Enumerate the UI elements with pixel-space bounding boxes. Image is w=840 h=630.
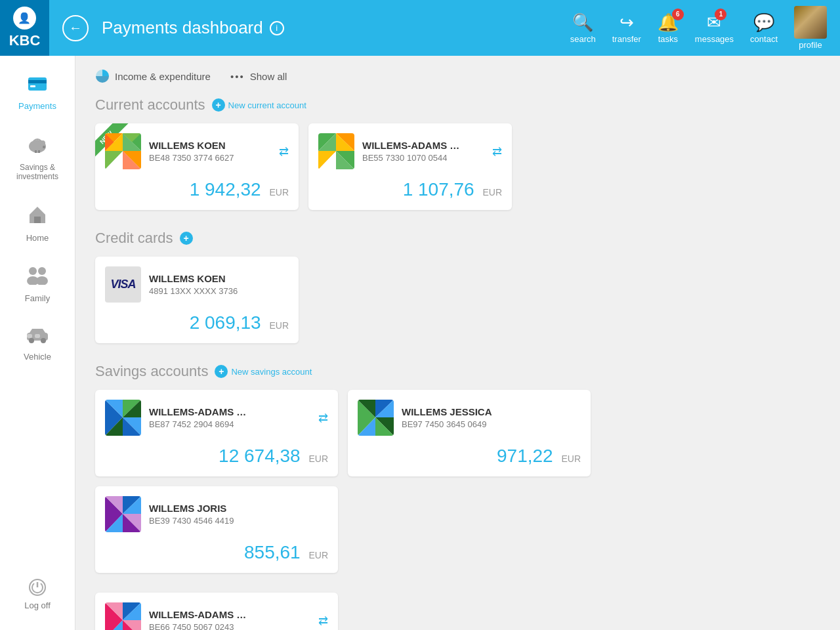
- search-label: search: [570, 34, 596, 44]
- current-accounts-list: NEW: [95, 123, 820, 210]
- new-savings-account-button[interactable]: + New savings account: [215, 365, 312, 378]
- svg-rect-17: [35, 334, 40, 338]
- transfer-button-sa1[interactable]: ⇄: [318, 411, 328, 425]
- svg-rect-6: [35, 150, 37, 153]
- transfer-button-ca2[interactable]: ⇄: [492, 144, 502, 159]
- tab-income[interactable]: Income & expenditure: [95, 69, 211, 83]
- header-actions: 🔍 search ↪ transfer 🔔 6 tasks ✉ 1 messag…: [570, 6, 827, 50]
- account-info-sa3: WILLEMS JORIS BE39 7430 4546 4419: [149, 503, 328, 526]
- account-card-ca2[interactable]: WILLEMS-ADAMS … BE55 7330 1070 0544 ⇄ 1 …: [308, 123, 512, 210]
- new-current-account-label: New current account: [228, 100, 306, 110]
- vehicle-icon: [26, 327, 49, 348]
- account-header-sa1: WILLEMS-ADAMS … BE87 7452 2904 8694 ⇄: [105, 400, 328, 436]
- credit-cards-title: Credit cards: [95, 230, 173, 247]
- page-title-text: Payments dashboard: [102, 18, 263, 38]
- content-area: Income & expenditure ••• Show all Curren…: [75, 56, 840, 630]
- svg-rect-8: [34, 217, 41, 223]
- svg-rect-0: [28, 77, 47, 91]
- tab-income-label: Income & expenditure: [115, 71, 211, 82]
- account-header-ca1: WILLEMS KOEN BE48 7350 3774 6627 ⇄: [105, 133, 289, 169]
- sidebar-family-label: Family: [25, 293, 50, 303]
- account-header-sa3: WILLEMS JORIS BE39 7430 4546 4419: [105, 496, 328, 532]
- sidebar-savings-label: Savings & investments: [7, 163, 68, 181]
- tasks-badge: 6: [672, 9, 684, 20]
- account-info-sa2: WILLEMS JESSICA BE97 7450 3645 0649: [402, 406, 581, 429]
- sidebar-home-label: Home: [26, 233, 49, 243]
- search-icon: 🔍: [572, 12, 593, 33]
- account-name-ca1: WILLEMS KOEN: [149, 140, 271, 151]
- account-header-cc1: VISA WILLEMS KOEN 4891 13XX XXXX 3736: [105, 266, 289, 303]
- svg-rect-2: [30, 85, 35, 87]
- credit-cards-header: Credit cards +: [95, 230, 820, 247]
- contact-action[interactable]: 💬 contact: [750, 12, 778, 44]
- sidebar-item-home[interactable]: Home: [0, 193, 75, 255]
- account-amount-sa1: 12 674,38 EUR: [105, 446, 328, 467]
- account-name-ca2: WILLEMS-ADAMS …: [362, 140, 484, 151]
- sidebar-item-payments[interactable]: Payments: [0, 62, 75, 123]
- svg-point-12: [36, 276, 48, 285]
- savings-accounts-title: Savings accounts: [95, 363, 208, 380]
- sidebar-item-family[interactable]: Family: [0, 255, 75, 315]
- account-card-sa4[interactable]: WILLEMS-ADAMS … BE66 7450 5067 0243 ⇄ 9 …: [95, 593, 338, 630]
- svg-rect-1: [28, 80, 47, 83]
- sidebar-item-vehicle[interactable]: Vehicle: [0, 315, 75, 373]
- sidebar-item-savings[interactable]: Savings & investments: [0, 123, 75, 193]
- account-amount-sa3: 855,61 EUR: [105, 542, 328, 563]
- savings-accounts-list-row2: WILLEMS-ADAMS … BE66 7450 5067 0243 ⇄ 9 …: [95, 593, 820, 630]
- sidebar: Payments Savings & investments Home Fami…: [0, 56, 75, 630]
- pie-chart-icon: [95, 69, 110, 83]
- tab-showall-label: Show all: [250, 71, 287, 82]
- transfer-button-sa4[interactable]: ⇄: [318, 614, 328, 628]
- info-icon[interactable]: i: [270, 21, 284, 35]
- sidebar-vehicle-label: Vehicle: [24, 352, 51, 362]
- account-card-cc1[interactable]: VISA WILLEMS KOEN 4891 13XX XXXX 3736 2 …: [95, 257, 299, 343]
- tab-showall[interactable]: ••• Show all: [230, 71, 287, 82]
- messages-icon: ✉ 1: [707, 12, 721, 33]
- currency-sa1: EUR: [308, 453, 328, 464]
- account-header-sa4: WILLEMS-ADAMS … BE66 7450 5067 0243 ⇄: [105, 602, 328, 630]
- visa-logo: VISA: [105, 266, 141, 303]
- messages-label: messages: [695, 34, 734, 44]
- account-card-sa1[interactable]: WILLEMS-ADAMS … BE87 7452 2904 8694 ⇄ 12…: [95, 390, 338, 476]
- tasks-action[interactable]: 🔔 6 tasks: [658, 12, 679, 44]
- account-header-ca2: WILLEMS-ADAMS … BE55 7330 1070 0544 ⇄: [318, 133, 502, 169]
- contact-label: contact: [750, 34, 778, 44]
- new-current-account-button[interactable]: + New current account: [212, 98, 306, 112]
- sidebar-payments-label: Payments: [18, 101, 56, 111]
- transfer-icon: ↪: [620, 12, 634, 33]
- account-card-ca1[interactable]: NEW: [95, 123, 299, 210]
- profile-action[interactable]: profile: [794, 6, 827, 50]
- account-logo-sa1: [105, 400, 141, 436]
- account-amount-sa2: 971,22 EUR: [358, 446, 581, 467]
- account-number-sa4: BE66 7450 5067 0243: [149, 622, 310, 630]
- account-header-sa2: WILLEMS JESSICA BE97 7450 3645 0649: [358, 400, 581, 436]
- svg-point-10: [38, 267, 46, 275]
- dots-icon: •••: [230, 71, 245, 82]
- account-amount-ca2: 1 107,76 EUR: [318, 179, 502, 200]
- currency-cc1: EUR: [269, 320, 289, 331]
- account-card-sa2[interactable]: WILLEMS JESSICA BE97 7450 3645 0649 971,…: [348, 390, 591, 476]
- logout-label: Log off: [24, 600, 51, 610]
- new-savings-account-label: New savings account: [231, 367, 312, 377]
- logo-text: KBC: [9, 32, 41, 49]
- account-number-ca1: BE48 7350 3774 6627: [149, 153, 271, 163]
- contact-icon: 💬: [753, 12, 774, 33]
- account-number-sa2: BE97 7450 3645 0649: [402, 419, 581, 429]
- account-card-sa3[interactable]: WILLEMS JORIS BE39 7430 4546 4419 855,61…: [95, 486, 338, 573]
- amount-value-sa1: 12 674,38: [219, 446, 301, 466]
- plus-icon-sa: +: [215, 365, 228, 378]
- messages-action[interactable]: ✉ 1 messages: [695, 12, 734, 44]
- account-number-sa1: BE87 7452 2904 8694: [149, 419, 310, 429]
- account-info-cc1: WILLEMS KOEN 4891 13XX XXXX 3736: [149, 273, 289, 296]
- amount-value-sa2: 971,22: [497, 446, 553, 466]
- search-action[interactable]: 🔍 search: [570, 12, 596, 44]
- account-name-sa4: WILLEMS-ADAMS …: [149, 609, 310, 620]
- tasks-label: tasks: [658, 34, 678, 44]
- back-button[interactable]: ←: [62, 15, 89, 41]
- transfer-button-ca1[interactable]: ⇄: [279, 144, 289, 159]
- add-credit-card-button[interactable]: +: [180, 232, 193, 245]
- transfer-action[interactable]: ↪ transfer: [612, 12, 641, 44]
- avatar: [794, 6, 827, 39]
- main-layout: Payments Savings & investments Home Fami…: [0, 56, 840, 630]
- logout-button[interactable]: Log off: [18, 568, 57, 623]
